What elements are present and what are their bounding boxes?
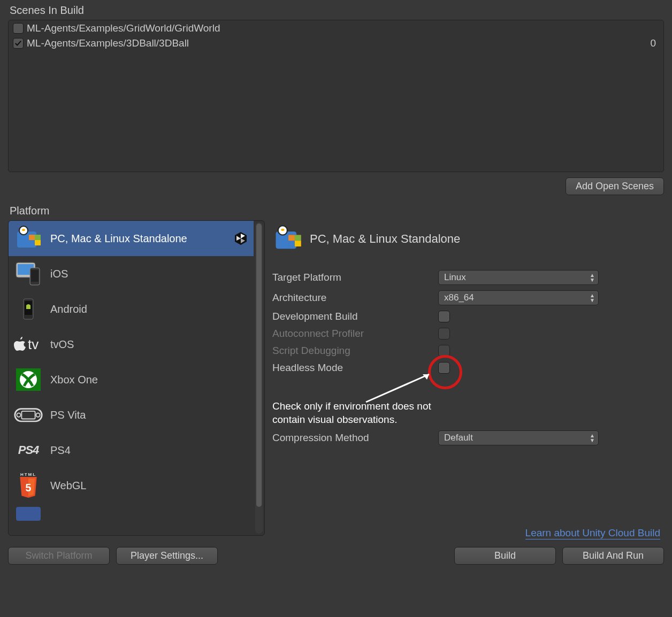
svg-point-23 [17, 413, 20, 417]
platform-label: WebGL [50, 480, 248, 492]
autoconnect-profiler-label: Autoconnect Profiler [272, 328, 438, 340]
svg-rect-26 [16, 507, 41, 521]
platform-label: PS Vita [50, 409, 248, 421]
xbox-icon [14, 365, 43, 394]
platform-item-webgl[interactable]: HTML 5 WebGL [9, 468, 254, 503]
updown-icon: ▲▼ [590, 293, 595, 303]
svg-line-36 [366, 374, 429, 402]
scene-checkbox[interactable] [13, 23, 24, 34]
details-title: PC, Mac & Linux Standalone [310, 232, 460, 246]
annotation-text: Check only if environment does not conta… [272, 400, 460, 426]
svg-rect-16 [31, 270, 39, 282]
add-open-scenes-button[interactable]: Add Open Scenes [566, 178, 664, 195]
platform-details: PC, Mac & Linux Standalone Target Platfo… [272, 220, 664, 536]
development-build-checkbox[interactable] [438, 311, 450, 322]
platform-header: Platform [0, 200, 672, 220]
autoconnect-profiler-checkbox [438, 328, 450, 340]
platform-list: PC, Mac & Linux Standalone iOS [8, 220, 265, 536]
target-platform-select[interactable]: Linux ▲▼ [438, 270, 599, 285]
target-platform-label: Target Platform [272, 272, 438, 283]
select-value: x86_64 [444, 292, 474, 303]
compression-method-select[interactable]: Default ▲▼ [438, 430, 599, 445]
platform-label: PS4 [50, 444, 248, 457]
platform-item-xboxone[interactable]: Xbox One [9, 362, 254, 397]
platform-item-standalone[interactable]: PC, Mac & Linux Standalone [9, 221, 254, 256]
scene-row[interactable]: ML-Agents/Examples/GridWorld/GridWorld [9, 20, 663, 35]
headless-mode-label: Headless Mode [272, 362, 438, 374]
platform-label: tvOS [50, 338, 248, 351]
unity-icon [233, 231, 248, 246]
android-icon [14, 295, 43, 323]
psvita-icon [14, 400, 43, 429]
script-debugging-checkbox [438, 345, 450, 357]
svg-rect-21 [15, 408, 42, 421]
svg-rect-32 [288, 235, 295, 241]
svg-rect-8 [35, 240, 41, 245]
svg-rect-22 [21, 411, 35, 419]
scene-row[interactable]: ML-Agents/Examples/3DBall/3DBall 0 [9, 35, 663, 50]
updown-icon: ▲▼ [590, 433, 595, 443]
svg-text:5: 5 [26, 482, 32, 493]
select-value: Linux [444, 272, 466, 283]
svg-rect-33 [295, 235, 301, 241]
scenes-list: ML-Agents/Examples/GridWorld/GridWorld M… [8, 20, 664, 172]
development-build-label: Development Build [272, 311, 438, 322]
player-settings-button[interactable]: Player Settings... [116, 547, 218, 565]
appletv-icon: tv [14, 330, 43, 359]
platform-icon [14, 505, 43, 521]
ps4-icon: PS4 [14, 436, 43, 465]
headless-mode-checkbox[interactable] [438, 362, 450, 374]
updown-icon: ▲▼ [590, 273, 595, 282]
script-debugging-label: Script Debugging [272, 345, 438, 357]
platform-item-partial[interactable] [9, 503, 254, 522]
platform-item-ios[interactable]: iOS [9, 256, 254, 291]
build-button[interactable]: Build [454, 547, 556, 565]
pc-mac-linux-icon [14, 224, 43, 253]
platform-scrollbar[interactable] [255, 222, 263, 534]
html5-icon: HTML 5 [14, 471, 43, 500]
svg-point-30 [281, 229, 284, 231]
scene-checkbox[interactable] [13, 38, 24, 49]
checkmark-icon [14, 40, 22, 47]
select-value: Default [444, 433, 473, 443]
scene-index: 0 [650, 37, 656, 49]
scenes-header: Scenes In Build [0, 0, 672, 20]
platform-label: Android [50, 303, 248, 315]
architecture-label: Architecture [272, 292, 438, 304]
ios-icon [14, 259, 43, 288]
svg-rect-6 [35, 235, 41, 240]
platform-label: PC, Mac & Linux Standalone [50, 233, 226, 245]
svg-rect-5 [29, 235, 35, 240]
svg-rect-7 [29, 240, 35, 245]
platform-item-psvita[interactable]: PS Vita [9, 397, 254, 433]
scrollbar-thumb[interactable] [256, 223, 262, 507]
platform-label: Xbox One [50, 374, 248, 386]
compression-method-label: Compression Method [272, 432, 438, 444]
svg-rect-34 [288, 241, 295, 246]
scene-path: ML-Agents/Examples/3DBall/3DBall [27, 37, 650, 49]
svg-rect-35 [295, 241, 301, 246]
scene-path: ML-Agents/Examples/GridWorld/GridWorld [27, 22, 656, 34]
architecture-select[interactable]: x86_64 ▲▼ [438, 290, 599, 305]
platform-label: iOS [50, 268, 248, 280]
svg-point-24 [36, 413, 40, 417]
platform-item-tvos[interactable]: tv tvOS [9, 327, 254, 362]
pc-mac-linux-icon [272, 223, 303, 254]
platform-item-ps4[interactable]: PS4 PS4 [9, 433, 254, 468]
platform-item-android[interactable]: Android [9, 291, 254, 327]
switch-platform-button: Switch Platform [8, 547, 110, 565]
build-and-run-button[interactable]: Build And Run [562, 547, 664, 565]
svg-point-3 [22, 229, 25, 231]
